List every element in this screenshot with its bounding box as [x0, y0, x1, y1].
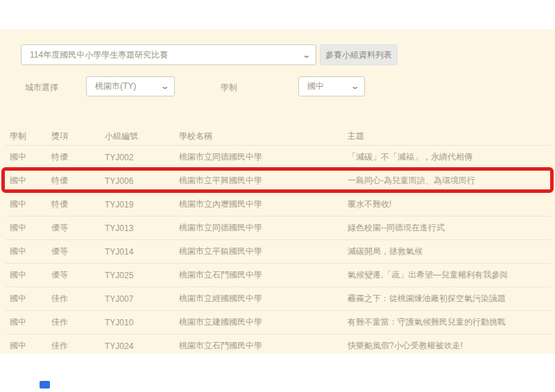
table-row: 國中 佳作 TYJ007 桃園市立經國國民中學 霾霧之下：從桃園煉油廠初探空氣污…: [6, 287, 551, 310]
city-select-value: 桃園市(TY): [87, 80, 155, 92]
cell-topic: 有難不童當：守護氣候難民兒童的行動挑戰: [348, 316, 551, 328]
cell-topic: 快樂颱風假?小心受教權被吹走!: [348, 340, 551, 352]
column-header-school: 學校名稱: [179, 130, 348, 142]
cell-group-id: TYJ025: [105, 271, 179, 280]
cell-school: 桃園市立平興國民中學: [179, 175, 348, 187]
table-row: 國中 優等 TYJ014 桃園市立平鎮國民中學 減碳開局，拯救氣候: [6, 239, 551, 263]
table-row: 國中 優等 TYJ025 桃園市立石門國民中學 氣候變遷,「蔬」出希望—兒童權利…: [6, 263, 551, 287]
cell-level: 國中: [6, 222, 51, 234]
cell-award: 佳作: [51, 293, 105, 305]
column-header-award: 獎項: [51, 130, 105, 142]
cell-group-id: TYJ013: [105, 223, 179, 233]
cell-award: 佳作: [51, 316, 105, 328]
chevron-down-icon: ⌄: [151, 83, 178, 90]
chevron-down-icon: ⌄: [293, 51, 319, 59]
table-row: 國中 特優 TYJ019 桃園市立內壢國民中學 覆水不難收!: [6, 192, 551, 216]
city-select[interactable]: 桃園市(TY) ⌄: [86, 76, 175, 96]
table-row: 國中 特優 TYJ002 桃園市立同德國民中學 「減碳」不「減福」，永續代相傳: [6, 145, 551, 169]
table-row: 國中 佳作 TYJ010 桃園市立建國國民中學 有難不童當：守護氣候難民兒童的行…: [6, 310, 551, 334]
cell-school: 桃園市立平鎮國民中學: [179, 246, 348, 257]
cell-award: 優等: [51, 246, 105, 257]
chevron-down-icon: ⌄: [341, 83, 368, 90]
cell-school: 桃園市立內壢國民中學: [179, 198, 348, 210]
cell-group-id: TYJ014: [105, 247, 179, 257]
cell-topic: 綠色校園--同德現在進行式: [348, 222, 551, 234]
cell-award: 優等: [51, 222, 105, 234]
table-row: 國中 佳作 TYJ024 桃園市立石門國民中學 快樂颱風假?小心受教權被吹走!: [6, 334, 551, 357]
cell-group-id: TYJ019: [105, 200, 179, 210]
cell-school: 桃園市立建國國民中學: [179, 316, 348, 328]
table-header-row: 學制 獎項 小組編號 學校名稱 主題: [6, 127, 551, 145]
level-select-label: 學制: [221, 82, 237, 94]
cell-award: 優等: [51, 269, 105, 281]
cell-award: 特優: [51, 175, 105, 187]
cell-level: 國中: [6, 198, 51, 210]
cell-award: 特優: [51, 198, 105, 210]
cell-level: 國中: [6, 293, 51, 305]
group-data-list-button[interactable]: 參賽小組資料列表: [320, 44, 398, 65]
cell-topic: 減碳開局，拯救氣候: [348, 246, 551, 257]
cell-school: 桃園市立石門國民中學: [179, 269, 348, 281]
results-table: 學制 獎項 小組編號 學校名稱 主題 國中 特優 TYJ002 桃園市立同德國民…: [6, 127, 551, 357]
results-panel: 114年度國民中小學學生專題研究比賽 ⌄ 參賽小組資料列表 城市選擇 桃園市(T…: [0, 29, 555, 354]
cell-level: 國中: [6, 269, 51, 281]
cell-school: 桃園市立經國國民中學: [179, 293, 348, 305]
cell-level: 國中: [6, 340, 51, 352]
level-select-value: 國中: [299, 80, 345, 92]
cell-school: 桃園市立石門國民中學: [179, 340, 348, 352]
cell-group-id: TYJ024: [105, 341, 179, 351]
group-data-list-button-label: 參賽小組資料列表: [325, 49, 392, 61]
cell-topic: 一島同心-為兒童而語、為環境而行: [348, 175, 551, 187]
cell-topic: 「減碳」不「減福」，永續代相傳: [348, 151, 551, 163]
column-header-group-id: 小組編號: [105, 130, 179, 142]
cell-level: 國中: [6, 175, 51, 187]
column-header-level: 學制: [6, 130, 51, 142]
cell-group-id: TYJ010: [105, 318, 179, 327]
city-select-label: 城市選擇: [25, 82, 58, 94]
competition-select[interactable]: 114年度國民中小學學生專題研究比賽 ⌄: [21, 44, 316, 65]
cell-group-id: TYJ007: [105, 294, 179, 304]
blue-corner-artifact: [40, 381, 50, 389]
table-row-highlighted: 國中 特優 TYJ006 桃園市立平興國民中學 一島同心-為兒童而語、為環境而行: [6, 169, 551, 192]
cell-level: 國中: [6, 246, 51, 257]
cell-school: 桃園市立同德國民中學: [179, 151, 348, 163]
cell-topic: 覆水不難收!: [348, 198, 551, 210]
cell-level: 國中: [6, 151, 51, 163]
competition-select-value: 114年度國民中小學學生專題研究比賽: [22, 49, 297, 61]
cell-topic: 氣候變遷,「蔬」出希望—兒童權利有我參與: [348, 269, 551, 281]
table-row: 國中 優等 TYJ013 桃園市立同德國民中學 綠色校園--同德現在進行式: [6, 216, 551, 239]
cell-group-id: TYJ002: [105, 153, 179, 162]
cell-award: 佳作: [51, 340, 105, 352]
column-header-topic: 主題: [348, 130, 551, 142]
cell-group-id: TYJ006: [105, 176, 179, 186]
cell-level: 國中: [6, 316, 51, 328]
cell-topic: 霾霧之下：從桃園煉油廠初探空氣污染議題: [348, 293, 551, 305]
cell-award: 特優: [51, 151, 105, 163]
level-select[interactable]: 國中 ⌄: [298, 76, 365, 96]
cell-school: 桃園市立同德國民中學: [179, 222, 348, 234]
